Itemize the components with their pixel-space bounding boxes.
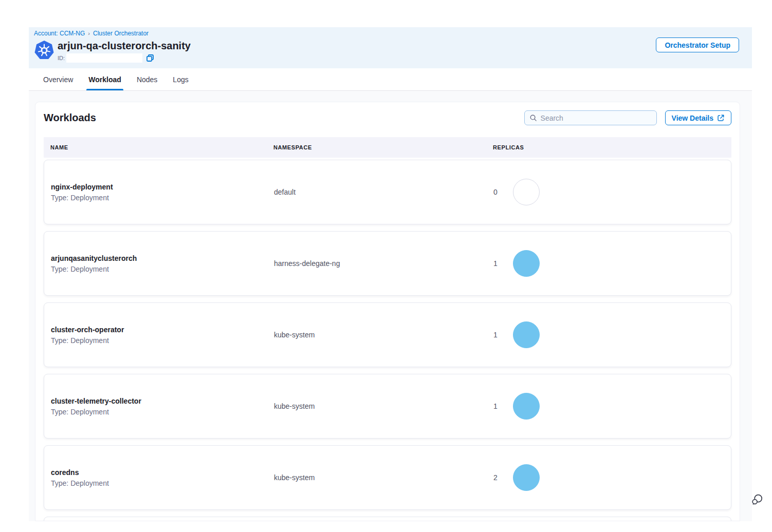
- search-box[interactable]: [524, 110, 657, 125]
- table-header: NAME NAMESPACE REPLICAS: [44, 137, 731, 158]
- tab-workload[interactable]: Workload: [86, 68, 123, 90]
- breadcrumb-account[interactable]: Account: CCM-NG: [34, 30, 85, 37]
- workload-rows: nginx-deployment Type: Deployment defaul…: [44, 160, 731, 510]
- tab-bar: Overview Workload Nodes Logs: [29, 68, 752, 91]
- workload-name: cluster-telemetry-collector: [51, 397, 267, 405]
- workload-name: nginx-deployment: [51, 183, 267, 191]
- external-link-icon: [717, 114, 725, 122]
- replica-count: 1: [493, 402, 498, 410]
- cluster-header: Account: CCM-NG›Cluster Orchestrator: [29, 27, 752, 68]
- column-header-name: NAME: [44, 144, 267, 150]
- breadcrumb: Account: CCM-NG›Cluster Orchestrator: [34, 29, 739, 37]
- replica-circle: [513, 464, 540, 491]
- view-details-label: View Details: [672, 114, 713, 122]
- workload-type: Type: Deployment: [51, 479, 267, 487]
- page-title: arjun-qa-clusterorch-sanity: [58, 40, 191, 52]
- breadcrumb-separator-icon: ›: [88, 30, 90, 36]
- replica-count: 0: [493, 188, 498, 196]
- replica-count: 2: [493, 473, 498, 482]
- workload-namespace: default: [267, 188, 487, 196]
- workload-namespace: kube-system: [267, 473, 487, 482]
- table-row[interactable]: nginx-deployment Type: Deployment defaul…: [44, 160, 731, 224]
- workloads-panel: Workloads View Details: [35, 102, 740, 521]
- view-details-button[interactable]: View Details: [665, 110, 731, 125]
- app-window: Account: CCM-NG›Cluster Orchestrator: [29, 27, 752, 521]
- workload-type: Type: Deployment: [51, 336, 267, 345]
- breadcrumb-section[interactable]: Cluster Orchestrator: [93, 30, 149, 37]
- workload-name: arjunqasanityclusterorch: [51, 254, 267, 262]
- replica-circle: [513, 393, 540, 420]
- workload-type: Type: Deployment: [51, 408, 267, 416]
- search-input[interactable]: [541, 114, 652, 122]
- main-content: Workloads View Details: [29, 91, 752, 521]
- replica-count: 1: [493, 331, 498, 339]
- replica-circle: [513, 179, 540, 205]
- workload-namespace: harness-delegate-ng: [267, 259, 487, 268]
- orchestrator-setup-button[interactable]: Orchestrator Setup: [656, 37, 739, 52]
- workload-namespace: kube-system: [267, 402, 487, 410]
- workload-type: Type: Deployment: [51, 265, 267, 273]
- table-row[interactable]: cluster-telemetry-collector Type: Deploy…: [44, 374, 731, 439]
- cluster-id-redacted: [66, 53, 142, 63]
- workload-name: cluster-orch-operator: [51, 326, 267, 334]
- replica-count: 1: [493, 259, 498, 268]
- kubernetes-icon: [34, 40, 54, 60]
- replica-circle: [513, 321, 540, 348]
- column-header-namespace: NAMESPACE: [267, 144, 486, 150]
- workload-name: coredns: [51, 468, 267, 477]
- tab-nodes[interactable]: Nodes: [135, 68, 159, 90]
- workloads-title: Workloads: [44, 112, 96, 124]
- table-row[interactable]: arjunqasanityclusterorch Type: Deploymen…: [44, 231, 731, 296]
- workload-namespace: kube-system: [267, 331, 487, 339]
- cluster-id-label: ID:: [58, 55, 65, 61]
- copy-icon[interactable]: [146, 54, 154, 62]
- tab-overview[interactable]: Overview: [41, 68, 75, 90]
- table-row[interactable]: [44, 517, 731, 521]
- workload-type: Type: Deployment: [51, 194, 267, 202]
- search-icon: [529, 114, 537, 122]
- chat-icon[interactable]: [750, 493, 764, 506]
- tab-logs[interactable]: Logs: [171, 68, 190, 90]
- table-row[interactable]: cluster-orch-operator Type: Deployment k…: [44, 302, 731, 367]
- column-header-replicas: REPLICAS: [486, 144, 731, 150]
- table-row[interactable]: coredns Type: Deployment kube-system 2: [44, 445, 731, 510]
- replica-circle: [513, 250, 540, 277]
